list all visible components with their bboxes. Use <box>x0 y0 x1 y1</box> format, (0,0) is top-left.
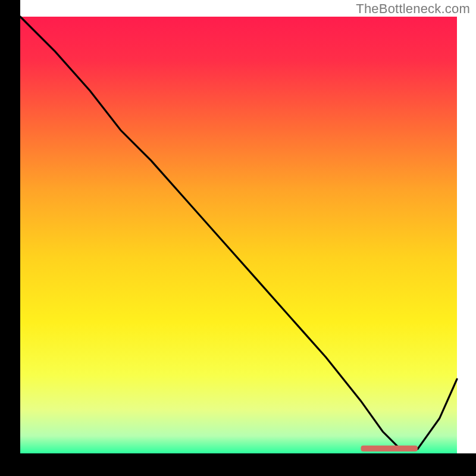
optimal-range-marker <box>361 446 418 452</box>
x-axis-bar <box>0 453 476 476</box>
chart-svg <box>0 0 476 476</box>
chart-container: TheBottleneck.com <box>0 0 476 476</box>
plot-background <box>20 17 457 453</box>
watermark-text: TheBottleneck.com <box>356 1 470 17</box>
y-axis-bar <box>0 0 20 476</box>
